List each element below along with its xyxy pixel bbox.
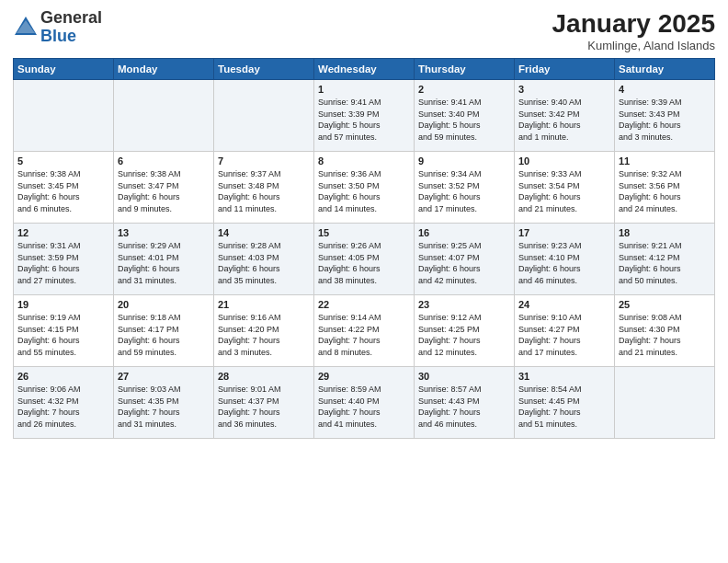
day-number: 17 [518,227,610,238]
day-info: Sunrise: 9:26 AM Sunset: 4:05 PM Dayligh… [318,240,410,286]
day-number: 2 [418,84,510,95]
day-info: Sunrise: 9:38 AM Sunset: 3:47 PM Dayligh… [118,168,210,214]
calendar-cell: 30Sunrise: 8:57 AM Sunset: 4:43 PM Dayli… [415,367,515,439]
header-day: Thursday [415,59,515,80]
calendar-header: SundayMondayTuesdayWednesdayThursdayFrid… [14,59,715,80]
calendar-cell: 20Sunrise: 9:18 AM Sunset: 4:17 PM Dayli… [114,295,214,367]
calendar-week-row: 12Sunrise: 9:31 AM Sunset: 3:59 PM Dayli… [14,224,715,295]
calendar-cell: 21Sunrise: 9:16 AM Sunset: 4:20 PM Dayli… [214,295,314,367]
day-info: Sunrise: 9:21 AM Sunset: 4:12 PM Dayligh… [619,240,711,286]
day-number: 11 [619,155,711,167]
calendar-cell: 14Sunrise: 9:28 AM Sunset: 4:03 PM Dayli… [214,224,314,295]
calendar-cell [14,80,114,152]
day-number: 14 [218,227,310,238]
calendar-cell: 9Sunrise: 9:34 AM Sunset: 3:52 PM Daylig… [415,152,515,224]
day-number: 31 [518,371,610,382]
calendar-cell: 15Sunrise: 9:26 AM Sunset: 4:05 PM Dayli… [314,224,415,295]
calendar-cell: 11Sunrise: 9:32 AM Sunset: 3:56 PM Dayli… [615,152,715,224]
day-info: Sunrise: 9:01 AM Sunset: 4:37 PM Dayligh… [218,384,310,430]
day-info: Sunrise: 9:19 AM Sunset: 4:15 PM Dayligh… [17,312,109,358]
svg-marker-1 [17,20,35,33]
calendar-cell: 28Sunrise: 9:01 AM Sunset: 4:37 PM Dayli… [214,367,314,439]
header-day: Monday [114,59,214,80]
calendar-cell: 23Sunrise: 9:12 AM Sunset: 4:25 PM Dayli… [415,295,515,367]
day-info: Sunrise: 9:41 AM Sunset: 3:40 PM Dayligh… [418,97,510,143]
logo-text: General Blue [40,9,102,46]
title-block: January 2025 Kumlinge, Aland Islands [552,9,715,52]
calendar-cell: 7Sunrise: 9:37 AM Sunset: 3:48 PM Daylig… [214,152,314,224]
calendar-cell: 6Sunrise: 9:38 AM Sunset: 3:47 PM Daylig… [114,152,214,224]
day-info: Sunrise: 9:36 AM Sunset: 3:50 PM Dayligh… [318,168,410,214]
day-info: Sunrise: 9:32 AM Sunset: 3:56 PM Dayligh… [619,168,711,214]
day-number: 30 [418,371,510,382]
calendar-title: January 2025 [552,9,715,39]
day-info: Sunrise: 8:59 AM Sunset: 4:40 PM Dayligh… [318,384,410,430]
day-info: Sunrise: 9:18 AM Sunset: 4:17 PM Dayligh… [118,312,210,358]
day-number: 19 [17,299,109,310]
day-number: 29 [318,371,410,382]
day-number: 28 [218,371,310,382]
header-day: Friday [515,59,615,80]
day-info: Sunrise: 9:29 AM Sunset: 4:01 PM Dayligh… [118,240,210,286]
calendar-cell: 31Sunrise: 8:54 AM Sunset: 4:45 PM Dayli… [515,367,615,439]
day-number: 21 [218,299,310,310]
day-number: 9 [418,155,510,167]
day-number: 3 [518,84,610,95]
calendar-cell: 4Sunrise: 9:39 AM Sunset: 3:43 PM Daylig… [615,80,715,152]
calendar-cell: 29Sunrise: 8:59 AM Sunset: 4:40 PM Dayli… [314,367,415,439]
calendar-cell: 16Sunrise: 9:25 AM Sunset: 4:07 PM Dayli… [415,224,515,295]
calendar-week-row: 5Sunrise: 9:38 AM Sunset: 3:45 PM Daylig… [14,152,715,224]
calendar-week-row: 19Sunrise: 9:19 AM Sunset: 4:15 PM Dayli… [14,295,715,367]
calendar-cell: 3Sunrise: 9:40 AM Sunset: 3:42 PM Daylig… [515,80,615,152]
calendar-cell: 13Sunrise: 9:29 AM Sunset: 4:01 PM Dayli… [114,224,214,295]
calendar-cell [214,80,314,152]
day-number: 13 [118,227,210,238]
day-info: Sunrise: 9:25 AM Sunset: 4:07 PM Dayligh… [418,240,510,286]
day-number: 7 [218,155,310,167]
day-info: Sunrise: 9:40 AM Sunset: 3:42 PM Dayligh… [518,97,610,143]
day-number: 15 [318,227,410,238]
header-day: Tuesday [214,59,314,80]
calendar-cell: 26Sunrise: 9:06 AM Sunset: 4:32 PM Dayli… [14,367,114,439]
day-info: Sunrise: 9:06 AM Sunset: 4:32 PM Dayligh… [17,384,109,430]
day-number: 27 [118,371,210,382]
calendar-week-row: 1Sunrise: 9:41 AM Sunset: 3:39 PM Daylig… [14,80,715,152]
calendar-body: 1Sunrise: 9:41 AM Sunset: 3:39 PM Daylig… [14,80,715,439]
calendar-cell: 19Sunrise: 9:19 AM Sunset: 4:15 PM Dayli… [14,295,114,367]
calendar-week-row: 26Sunrise: 9:06 AM Sunset: 4:32 PM Dayli… [14,367,715,439]
day-number: 23 [418,299,510,310]
day-info: Sunrise: 9:23 AM Sunset: 4:10 PM Dayligh… [518,240,610,286]
header-day: Sunday [14,59,114,80]
day-number: 24 [518,299,610,310]
header: General Blue January 2025 Kumlinge, Alan… [13,9,715,52]
logo-general: General [40,9,102,28]
day-number: 25 [619,299,711,310]
day-number: 6 [118,155,210,167]
logo: General Blue [13,9,102,46]
page: General Blue January 2025 Kumlinge, Alan… [0,0,728,563]
calendar-cell [615,367,715,439]
calendar-table: SundayMondayTuesdayWednesdayThursdayFrid… [13,58,715,439]
calendar-cell: 8Sunrise: 9:36 AM Sunset: 3:50 PM Daylig… [314,152,415,224]
day-info: Sunrise: 9:10 AM Sunset: 4:27 PM Dayligh… [518,312,610,358]
calendar-cell [114,80,214,152]
day-info: Sunrise: 9:28 AM Sunset: 4:03 PM Dayligh… [218,240,310,286]
day-info: Sunrise: 9:08 AM Sunset: 4:30 PM Dayligh… [619,312,711,358]
day-info: Sunrise: 8:57 AM Sunset: 4:43 PM Dayligh… [418,384,510,430]
calendar-cell: 2Sunrise: 9:41 AM Sunset: 3:40 PM Daylig… [415,80,515,152]
day-number: 12 [17,227,109,238]
day-number: 8 [318,155,410,167]
day-info: Sunrise: 9:41 AM Sunset: 3:39 PM Dayligh… [318,97,410,143]
calendar-cell: 27Sunrise: 9:03 AM Sunset: 4:35 PM Dayli… [114,367,214,439]
day-number: 18 [619,227,711,238]
calendar-cell: 22Sunrise: 9:14 AM Sunset: 4:22 PM Dayli… [314,295,415,367]
logo-icon [13,15,39,40]
calendar-cell: 18Sunrise: 9:21 AM Sunset: 4:12 PM Dayli… [615,224,715,295]
calendar-cell: 25Sunrise: 9:08 AM Sunset: 4:30 PM Dayli… [615,295,715,367]
day-number: 16 [418,227,510,238]
header-day: Wednesday [314,59,415,80]
day-number: 26 [17,371,109,382]
day-number: 10 [518,155,610,167]
calendar-cell: 17Sunrise: 9:23 AM Sunset: 4:10 PM Dayli… [515,224,615,295]
header-day: Saturday [615,59,715,80]
